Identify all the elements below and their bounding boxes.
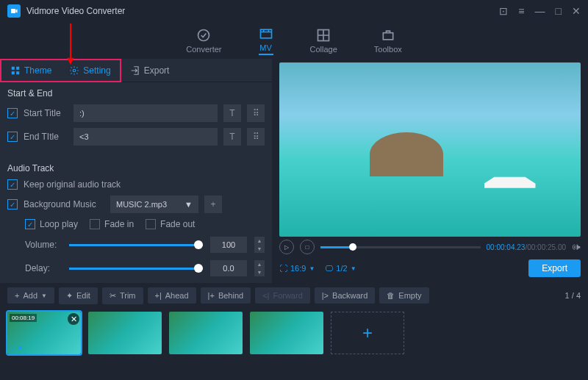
nav-mv[interactable]: MV — [259, 26, 273, 55]
maximize-icon[interactable]: □ — [556, 5, 562, 17]
start-title-checkbox[interactable]: ✓ — [7, 108, 18, 118]
start-end-header: Start & End — [7, 88, 265, 98]
add-button[interactable]: +Add▼ — [7, 287, 54, 304]
timeline-slider[interactable] — [320, 246, 481, 248]
svg-point-8 — [74, 69, 76, 72]
end-grid-icon[interactable]: ⠿ — [247, 128, 265, 146]
thumbnail-2[interactable] — [88, 312, 162, 354]
thumb-duration: 00:08:19 — [10, 314, 37, 322]
thumb-delete-icon[interactable]: ✕ — [68, 313, 79, 325]
panel-tabs: Theme Setting Export — [0, 59, 272, 82]
audio-section: Audio Track ✓ Keep original audio track … — [0, 157, 272, 290]
main-nav: Converter MV Collage Toolbox — [0, 22, 588, 59]
backward-icon: |> — [322, 291, 329, 300]
volume-value[interactable]: 100 — [210, 237, 247, 253]
keep-audio-checkbox[interactable]: ✓ — [7, 179, 18, 190]
music-dropdown[interactable]: MUSIC 2.mp3▼ — [110, 196, 198, 213]
volume-slider[interactable] — [69, 244, 203, 246]
audio-header: Audio Track — [7, 163, 265, 173]
nav-converter[interactable]: Converter — [186, 28, 221, 54]
time-display: 00:00:04.23/00:00:25.00 — [487, 243, 566, 251]
aspect-ratio-button[interactable]: ⛶16:9▼ — [279, 264, 315, 273]
thumbnail-strip: 00:08:19 ✕ ▷⚑ + — [0, 308, 588, 358]
thumb-controls: ▷⚑ — [10, 345, 23, 352]
delay-up-icon[interactable]: ▲ — [254, 260, 265, 268]
clip-toolbar: +Add▼ ✦Edit ✂Trim +|Ahead |+Behind <|For… — [0, 283, 588, 308]
fadeout-checkbox[interactable] — [146, 219, 156, 229]
nav-toolbox[interactable]: Toolbox — [374, 28, 402, 54]
add-music-button[interactable]: + — [204, 196, 222, 213]
app-title: Vidmore Video Converter — [26, 6, 499, 16]
preview-image — [279, 62, 581, 237]
split-button[interactable]: 🖵1/2▼ — [325, 264, 356, 273]
edit-button[interactable]: ✦Edit — [59, 287, 98, 304]
nav-collage[interactable]: Collage — [310, 28, 337, 54]
end-title-input[interactable] — [74, 128, 218, 146]
volume-icon[interactable]: 🕪 — [572, 242, 581, 252]
end-title-checkbox[interactable]: ✓ — [7, 132, 18, 142]
behind-icon: |+ — [208, 291, 215, 300]
clip-counter: 1 / 4 — [565, 291, 581, 300]
svg-rect-3 — [383, 32, 392, 39]
minimize-icon[interactable]: — — [535, 5, 545, 17]
trim-button[interactable]: ✂Trim — [102, 287, 143, 304]
delay-label: Delay: — [25, 263, 62, 273]
start-grid-icon[interactable]: ⠿ — [247, 104, 265, 122]
start-title-input[interactable] — [74, 104, 218, 122]
thumbnail-4[interactable] — [250, 312, 323, 354]
ahead-button[interactable]: +|Ahead — [148, 287, 196, 304]
chevron-down-icon: ▼ — [41, 293, 47, 299]
chevron-down-icon: ▼ — [351, 265, 356, 272]
close-icon[interactable]: ✕ — [572, 5, 581, 17]
fadein-checkbox[interactable] — [90, 219, 100, 229]
loop-label: Loop play — [40, 219, 78, 229]
export-button[interactable]: Export — [528, 259, 581, 277]
empty-button[interactable]: 🗑Empty — [379, 287, 429, 304]
delay-down-icon[interactable]: ▼ — [254, 268, 265, 276]
plus-icon: + — [15, 291, 19, 300]
svg-rect-1 — [260, 29, 271, 38]
tab-setting[interactable]: Setting — [60, 60, 119, 81]
stop-button[interactable]: □ — [300, 240, 315, 254]
feedback-icon[interactable]: ⊡ — [499, 5, 508, 17]
delay-value[interactable]: 0.0 — [210, 260, 247, 276]
chevron-down-icon: ▼ — [184, 200, 193, 209]
tab-export[interactable]: Export — [121, 65, 179, 76]
tab-theme[interactable]: Theme — [1, 60, 60, 81]
svg-rect-4 — [12, 66, 15, 69]
volume-label: Volume: — [25, 240, 62, 250]
content-area: Theme Setting Export Start & End ✓ Start… — [0, 59, 588, 283]
play-button[interactable]: ▷ — [279, 240, 294, 254]
volume-up-icon[interactable]: ▲ — [254, 237, 265, 245]
fadeout-label: Fade out — [160, 219, 195, 229]
ahead-icon: +| — [155, 291, 162, 300]
volume-down-icon[interactable]: ▼ — [254, 245, 265, 253]
forward-button[interactable]: <|Forward — [255, 287, 310, 304]
highlight-box: Theme Setting — [0, 59, 121, 82]
end-text-style-icon[interactable]: T — [223, 128, 241, 146]
start-end-section: Start & End ✓ Start Title T ⠿ ✓ End TItl… — [0, 82, 272, 157]
chevron-down-icon: ▼ — [309, 265, 315, 272]
delay-slider[interactable] — [69, 268, 203, 270]
thumb-flag-icon[interactable]: ⚑ — [17, 345, 23, 352]
add-thumbnail-button[interactable]: + — [331, 312, 404, 354]
start-text-style-icon[interactable]: T — [223, 104, 241, 122]
forward-icon: <| — [262, 291, 269, 300]
svg-rect-5 — [16, 66, 19, 69]
bg-music-checkbox[interactable]: ✓ — [7, 199, 18, 209]
scissors-icon: ✂ — [110, 291, 116, 301]
backward-button[interactable]: |>Backward — [315, 287, 376, 304]
start-title-label: Start Title — [24, 108, 68, 118]
star-icon: ✦ — [66, 291, 73, 301]
preview-bottom: ⛶16:9▼ 🖵1/2▼ Export — [279, 257, 581, 279]
end-title-label: End TItle — [24, 132, 68, 142]
thumbnail-1[interactable]: 00:08:19 ✕ ▷⚑ — [7, 312, 81, 354]
behind-button[interactable]: |+Behind — [201, 287, 251, 304]
svg-point-0 — [198, 29, 209, 40]
thumbnail-3[interactable] — [169, 312, 243, 354]
titlebar: Vidmore Video Converter ⊡ ≡ — □ ✕ — [0, 0, 588, 22]
loop-checkbox[interactable]: ✓ — [25, 219, 35, 229]
menu-icon[interactable]: ≡ — [518, 5, 524, 17]
thumb-play-icon[interactable]: ▷ — [10, 345, 15, 352]
fadein-label: Fade in — [104, 219, 134, 229]
